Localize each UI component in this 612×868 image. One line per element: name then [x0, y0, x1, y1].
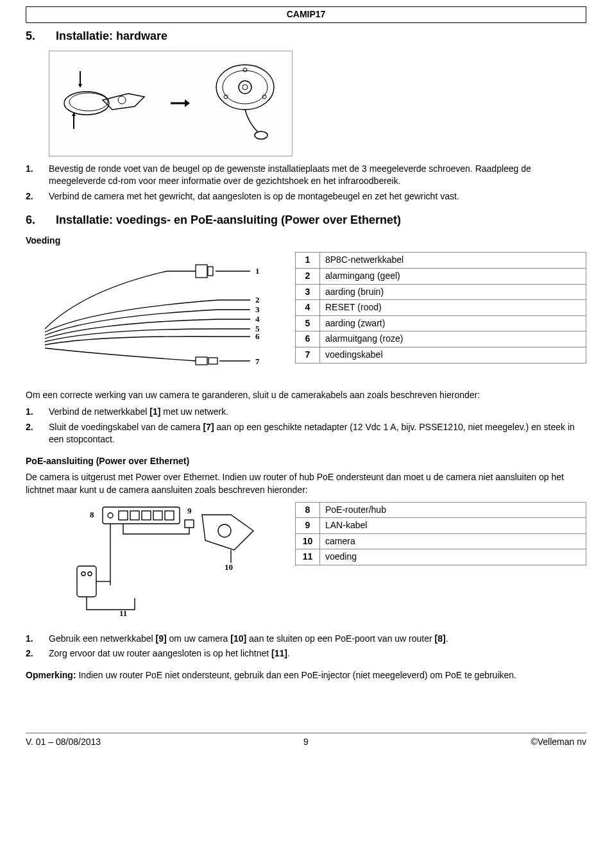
svg-rect-35 — [185, 520, 194, 528]
voeding-key: 18P8C-netwerkkabel 2alarmingang (geel) 3… — [295, 252, 586, 363]
key-val: camera — [320, 533, 586, 549]
step-text: Verbind de netwerkkabel [1] met uw netwe… — [49, 406, 586, 419]
footer-center: 9 — [154, 736, 458, 749]
voeding-key-table: 18P8C-netwerkkabel 2alarmingang (geel) 3… — [295, 252, 586, 363]
step-num: 2. — [26, 647, 49, 660]
arrow-right-icon — [171, 97, 190, 110]
section-5-steps: 1. Bevestig de ronde voet van de beugel … — [26, 163, 586, 203]
table-row: 18P8C-netwerkkabel — [296, 253, 586, 269]
svg-point-41 — [88, 572, 92, 576]
wall-mount-icon — [207, 58, 284, 148]
step-text: Verbind de camera met het gewricht, dat … — [49, 190, 586, 203]
poe-label-10: 10 — [225, 562, 233, 572]
table-row: 5aarding (zwart) — [296, 315, 586, 331]
voeding-row: 1 2 3 4 5 6 7 18P8C-netwerkkabel 2alarmi… — [26, 252, 586, 380]
note-label: Opmerking: — [26, 670, 76, 680]
voeding-diagram: 1 2 3 4 5 6 7 — [26, 252, 282, 380]
header-text: CAMIP17 — [287, 9, 326, 19]
key-val: alarmingang (geel) — [320, 268, 586, 284]
step-num: 2. — [26, 421, 49, 446]
svg-rect-18 — [208, 267, 213, 276]
footer-left: V. 01 – 08/08/2013 — [26, 736, 154, 749]
poe-heading: PoE-aansluiting (Power over Ethernet) — [26, 455, 586, 468]
svg-rect-33 — [153, 511, 162, 520]
camera-bracket-icon — [58, 65, 154, 142]
svg-rect-26 — [208, 358, 217, 364]
key-val: PoE-router/hub — [320, 502, 586, 518]
list-item: 1. Verbind de netwerkkabel [1] met uw ne… — [26, 406, 586, 419]
list-item: 2. Sluit de voedingskabel van de camera … — [26, 421, 586, 446]
table-row: 6alarmuitgang (roze) — [296, 331, 586, 347]
step-text: Sluit de voedingskabel van de camera [7]… — [49, 421, 586, 446]
table-row: 3aarding (bruin) — [296, 284, 586, 300]
cable-bundle-icon: 1 2 3 4 5 6 7 — [38, 252, 269, 380]
voeding-heading: Voeding — [26, 235, 586, 247]
step-num: 1. — [26, 633, 49, 646]
key-num: 8 — [296, 502, 320, 518]
poe-label-9: 9 — [187, 506, 192, 515]
key-num: 9 — [296, 518, 320, 534]
poe-steps: 1. Gebruik een netwerkkabel [9] om uw ca… — [26, 633, 586, 660]
key-val: voeding — [320, 549, 586, 565]
note-text: Indien uw router PoE niet ondersteunt, g… — [76, 670, 516, 680]
key-val: LAN-kabel — [320, 518, 586, 534]
key-val: voedingskabel — [320, 347, 586, 363]
svg-point-10 — [223, 71, 268, 104]
svg-rect-34 — [165, 511, 174, 520]
poe-label-8: 8 — [90, 510, 94, 519]
svg-marker-8 — [185, 99, 190, 107]
poe-setup-icon: 8 9 10 11 — [38, 502, 269, 624]
poe-diagram: 8 9 10 11 — [26, 502, 282, 624]
step-num: 1. — [26, 163, 49, 188]
step-num: 2. — [26, 190, 49, 203]
poe-key: 8PoE-router/hub 9LAN-kabel 10camera 11vo… — [295, 502, 586, 565]
key-num: 4 — [296, 300, 320, 316]
svg-point-16 — [255, 131, 268, 139]
list-item: 1. Gebruik een netwerkkabel [9] om uw ca… — [26, 633, 586, 646]
list-item: 2. Verbind de camera met het gewricht, d… — [26, 190, 586, 203]
table-row: 4RESET (rood) — [296, 300, 586, 316]
svg-rect-31 — [130, 511, 139, 520]
list-item: 1. Bevestig de ronde voet van de beugel … — [26, 163, 586, 188]
svg-rect-32 — [142, 511, 151, 520]
table-row: 11voeding — [296, 549, 586, 565]
header-title: CAMIP17 — [26, 6, 586, 23]
page-footer: V. 01 – 08/08/2013 9 ©Velleman nv — [26, 733, 586, 749]
key-num: 7 — [296, 347, 320, 363]
poe-note: Opmerking: Indien uw router PoE niet ond… — [26, 669, 586, 682]
poe-key-table: 8PoE-router/hub 9LAN-kabel 10camera 11vo… — [295, 502, 586, 565]
section-6-num: 6. — [26, 212, 53, 228]
list-item: 2. Zorg ervoor dat uw router aangesloten… — [26, 647, 586, 660]
svg-point-2 — [64, 92, 109, 115]
key-num: 10 — [296, 533, 320, 549]
svg-point-4 — [118, 96, 126, 104]
wire-label-4: 4 — [255, 314, 260, 324]
key-num: 3 — [296, 284, 320, 300]
key-val: alarmuitgang (roze) — [320, 331, 586, 347]
voeding-intro: Om een correcte werking van uw camera te… — [26, 389, 586, 402]
svg-rect-39 — [77, 566, 96, 597]
svg-point-36 — [218, 524, 231, 537]
svg-marker-1 — [78, 84, 82, 88]
hardware-install-figure — [49, 51, 293, 156]
key-num: 5 — [296, 315, 320, 331]
key-val: 8P8C-netwerkkabel — [320, 253, 586, 269]
svg-point-3 — [69, 93, 108, 111]
section-5-heading: 5. Installatie: hardware — [26, 28, 586, 44]
wire-label-1: 1 — [255, 266, 260, 276]
wire-label-2: 2 — [255, 295, 260, 305]
wire-label-7: 7 — [255, 356, 260, 366]
svg-rect-28 — [103, 507, 180, 524]
section-5-title: Installatie: hardware — [56, 29, 167, 42]
svg-rect-17 — [196, 265, 207, 278]
wire-label-3: 3 — [255, 305, 260, 314]
section-5-num: 5. — [26, 28, 53, 44]
step-text: Zorg ervoor dat uw router aangesloten is… — [49, 647, 586, 660]
voeding-steps: 1. Verbind de netwerkkabel [1] met uw ne… — [26, 406, 586, 446]
table-row: 7voedingskabel — [296, 347, 586, 363]
key-val: RESET (rood) — [320, 300, 586, 316]
step-text: Bevestig de ronde voet van de beugel op … — [49, 163, 586, 188]
svg-rect-30 — [119, 511, 128, 520]
section-6-title: Installatie: voedings- en PoE-aansluitin… — [56, 213, 401, 226]
poe-label-11: 11 — [119, 608, 127, 618]
